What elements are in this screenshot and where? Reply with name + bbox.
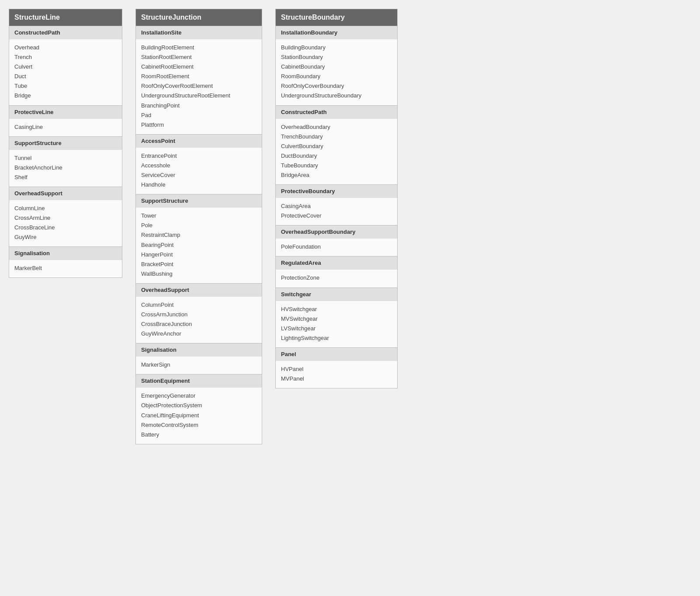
list-item: MVPanel: [281, 374, 392, 384]
list-item: CulvertBoundary: [281, 142, 392, 151]
list-item: ColumnLine: [14, 204, 117, 213]
list-item: GuyWireAnchor: [141, 329, 256, 339]
section-items-structure-line-1: CasingLine: [9, 118, 122, 136]
list-item: BracketAnchorLine: [14, 163, 117, 173]
section-items-structure-line-3: ColumnLineCrossArmLineCrossBraceLineGuyW…: [9, 200, 122, 246]
section-items-structure-line-4: MarkerBelt: [9, 260, 122, 277]
section-header-structure-boundary-5: Switchgear: [276, 288, 397, 301]
list-item: Trench: [14, 52, 117, 62]
list-item: Accesshole: [141, 161, 256, 170]
list-item: EmergencyGenerator: [141, 391, 256, 401]
section-header-structure-junction-0: InstallationSite: [136, 26, 262, 39]
list-item: Shelf: [14, 173, 117, 182]
list-item: EntrancePoint: [141, 151, 256, 161]
list-item: HVSwitchgear: [281, 305, 392, 314]
list-item: StationBoundary: [281, 52, 392, 62]
section-header-structure-boundary-0: InstallationBoundary: [276, 26, 397, 39]
section-header-structure-boundary-6: Panel: [276, 347, 397, 360]
list-item: RestraintClamp: [141, 230, 256, 240]
section-items-structure-boundary-6: HVPanelMVPanel: [276, 360, 397, 388]
list-item: ColumnPoint: [141, 300, 256, 310]
list-item: CrossBraceLine: [14, 223, 117, 232]
list-item: BuildingRootElement: [141, 43, 256, 52]
section-header-structure-boundary-1: ConstructedPath: [276, 105, 397, 118]
list-item: Duct: [14, 72, 117, 81]
list-item: HVPanel: [281, 364, 392, 374]
section-items-structure-boundary-1: OverheadBoundaryTrenchBoundaryCulvertBou…: [276, 118, 397, 185]
list-item: TubeBoundary: [281, 161, 392, 170]
section-header-structure-junction-2: SupportStructure: [136, 194, 262, 207]
section-items-structure-boundary-5: HVSwitchgearMVSwitchgearLVSwitchgearLigh…: [276, 301, 397, 347]
section-items-structure-junction-5: EmergencyGeneratorObjectProtectionSystem…: [136, 387, 262, 444]
list-item: CasingLine: [14, 122, 117, 132]
list-item: RoomBoundary: [281, 72, 392, 81]
list-item: OverheadBoundary: [281, 122, 392, 132]
section-items-structure-junction-2: TowerPoleRestraintClampBearingPointHange…: [136, 207, 262, 283]
section-header-structure-junction-5: StationEquipment: [136, 374, 262, 387]
list-item: Pad: [141, 111, 256, 120]
section-items-structure-junction-1: EntrancePointAccessholeServiceCoverHandh…: [136, 147, 262, 194]
list-item: Tube: [14, 81, 117, 91]
list-item: Plattform: [141, 120, 256, 130]
list-item: HangerPoint: [141, 250, 256, 260]
list-item: DuctBoundary: [281, 151, 392, 161]
list-item: WallBushing: [141, 269, 256, 279]
section-header-structure-line-0: ConstructedPath: [9, 26, 122, 39]
list-item: CabinetBoundary: [281, 62, 392, 72]
list-item: BracketPoint: [141, 260, 256, 269]
list-item: ProtectiveCover: [281, 211, 392, 221]
list-item: RemoteControlSystem: [141, 420, 256, 430]
list-item: RoofOnlyCoverBoundary: [281, 81, 392, 91]
section-header-structure-line-1: ProtectiveLine: [9, 105, 122, 118]
list-item: Handhole: [141, 180, 256, 190]
list-item: GuyWire: [14, 232, 117, 242]
list-item: MVSwitchgear: [281, 314, 392, 324]
column-structure-boundary: StructureBoundaryInstallationBoundaryBui…: [275, 9, 398, 388]
list-item: CabinetRootElement: [141, 62, 256, 72]
list-item: CraneLiftingEquipment: [141, 411, 256, 420]
section-items-structure-boundary-2: CasingAreaProtectiveCover: [276, 198, 397, 225]
section-items-structure-boundary-3: PoleFoundation: [276, 238, 397, 256]
list-item: LVSwitchgear: [281, 324, 392, 333]
list-item: TrenchBoundary: [281, 132, 392, 142]
list-item: StationRootElement: [141, 52, 256, 62]
list-item: Culvert: [14, 62, 117, 72]
list-item: ProtectionZone: [281, 273, 392, 283]
column-header-structure-boundary: StructureBoundary: [276, 9, 397, 26]
column-header-structure-line: StructureLine: [9, 9, 122, 26]
section-header-structure-junction-4: Signalisation: [136, 343, 262, 356]
list-item: BuildingBoundary: [281, 43, 392, 52]
list-item: CrossArmLine: [14, 213, 117, 223]
column-structure-junction: StructureJunctionInstallationSiteBuildin…: [135, 9, 262, 444]
list-item: Bridge: [14, 91, 117, 100]
list-item: LightingSwitchgear: [281, 333, 392, 343]
column-structure-line: StructureLineConstructedPathOverheadTren…: [9, 9, 122, 278]
section-items-structure-junction-3: ColumnPointCrossArmJunctionCrossBraceJun…: [136, 296, 262, 343]
section-header-structure-junction-1: AccessPoint: [136, 134, 262, 147]
list-item: UndergroundStructureRootElement: [141, 91, 256, 100]
section-items-structure-boundary-0: BuildingBoundaryStationBoundaryCabinetBo…: [276, 39, 397, 105]
column-header-structure-junction: StructureJunction: [136, 9, 262, 26]
section-header-structure-boundary-2: ProtectiveBoundary: [276, 184, 397, 198]
list-item: RoofOnlyCoverRootElement: [141, 81, 256, 91]
list-item: MarkerBelt: [14, 263, 117, 273]
list-item: MarkerSign: [141, 360, 256, 370]
section-header-structure-line-4: Signalisation: [9, 246, 122, 260]
section-header-structure-boundary-4: RegulatedArea: [276, 256, 397, 269]
section-items-structure-line-0: OverheadTrenchCulvertDuctTubeBridge: [9, 39, 122, 105]
section-header-structure-line-2: SupportStructure: [9, 136, 122, 149]
list-item: RoomRootElement: [141, 72, 256, 81]
list-item: PoleFoundation: [281, 242, 392, 252]
list-item: CasingArea: [281, 201, 392, 211]
list-item: ServiceCover: [141, 170, 256, 180]
section-items-structure-boundary-4: ProtectionZone: [276, 269, 397, 287]
list-item: BranchingPoint: [141, 101, 256, 111]
section-items-structure-junction-0: BuildingRootElementStationRootElementCab…: [136, 39, 262, 134]
list-item: UndergroundStructureBoundary: [281, 91, 392, 100]
list-item: ObjectProtectionSystem: [141, 401, 256, 410]
list-item: Battery: [141, 430, 256, 440]
list-item: BearingPoint: [141, 240, 256, 250]
list-item: Tunnel: [14, 153, 117, 163]
list-item: Overhead: [14, 43, 117, 52]
list-item: Pole: [141, 221, 256, 230]
